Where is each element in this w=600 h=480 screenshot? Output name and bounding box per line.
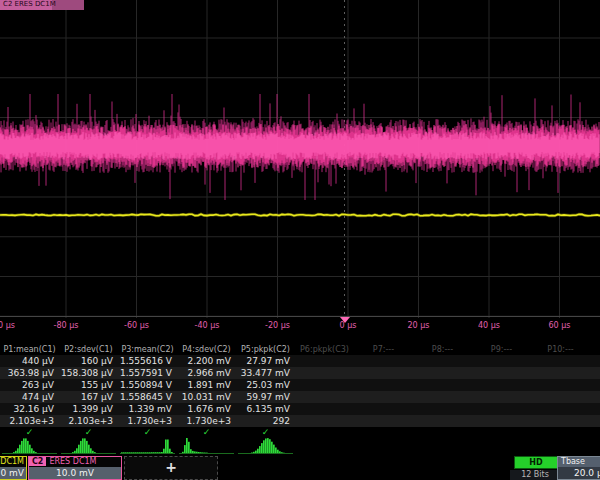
c2-mode-label: ERES DC1M (49, 457, 96, 466)
measurement-cell: 158.308 µV (59, 368, 118, 378)
time-axis: -100 µs-80 µs-60 µs-40 µs-20 µs0 µs20 µs… (0, 318, 600, 334)
waveform-graticule: C2 ERES DC1M (0, 0, 600, 318)
measurement-cell: 474 µV (0, 392, 59, 402)
measurement-header-p3[interactable]: P3:mean(C2) (118, 345, 177, 354)
measurement-cell: 25.03 mV (236, 380, 295, 390)
measurement-header-p5[interactable]: P5:pkpk(C2) (236, 345, 295, 354)
measurement-cell: 1.730e+3 (118, 416, 177, 426)
histicon-p8 (413, 437, 472, 455)
time-axis-label: -80 µs (54, 321, 79, 330)
measurement-row-max: 474 µV167 µV1.558645 V10.031 mV59.97 mV (0, 391, 600, 403)
measurement-cell: 27.97 mV (236, 356, 295, 366)
histicon-p9 (472, 437, 531, 455)
histicon-p6 (295, 437, 354, 455)
c1-vertical-scale: 10.0 mV (0, 467, 26, 479)
measurement-cell: 2.200 mV (177, 356, 236, 366)
measurement-cell: 1.550894 V (118, 380, 177, 390)
measurement-cell: 1.399 µV (59, 404, 118, 414)
grid-horizontal-lines (0, 38, 600, 316)
histicon-p2[interactable] (59, 437, 118, 455)
measurement-cell: 1.676 mV (177, 404, 236, 414)
hd-mode-badge: HD (514, 456, 558, 469)
measurement-header-p8[interactable]: P8:--- (413, 345, 472, 354)
measurement-cell: 2.103e+3 (59, 416, 118, 426)
measurement-status-check (413, 427, 472, 437)
measurement-cell: 160 µV (59, 356, 118, 366)
measurement-row-num: 2.103e+32.103e+31.730e+31.730e+3292 (0, 415, 600, 427)
measurement-status-check: ✓ (177, 427, 236, 437)
measurement-cell: 292 (236, 416, 295, 426)
histicon-p3[interactable] (118, 437, 177, 455)
measurement-cell: 155 µV (59, 380, 118, 390)
measurement-cell: 263 µV (0, 380, 59, 390)
time-axis-label: 60 µs (549, 321, 571, 330)
channel-descriptor-c2[interactable]: C2ERES DC1M 10.0 mV (28, 456, 122, 480)
measurement-cell: 2.103e+3 (0, 416, 59, 426)
measurement-status-check (472, 427, 531, 437)
bottom-toolbar: DC1M 10.0 mV C2ERES DC1M 10.0 mV + HD 12… (0, 456, 600, 480)
timebase-label: Tbase (558, 457, 600, 467)
hd-bits-label: 12 Bits (510, 470, 560, 480)
grid-trace-label: C2 ERES DC1M (0, 0, 84, 10)
measurement-header-row: P1:mean(C1)P2:sdev(C1)P3:mean(C2)P4:sdev… (0, 343, 600, 355)
c1-coupling-label: DC1M (0, 457, 26, 467)
time-axis-label: -40 µs (195, 321, 220, 330)
measurement-cell: 33.477 mV (236, 368, 295, 378)
measurement-status-check: ✓ (59, 427, 118, 437)
time-axis-label: -60 µs (124, 321, 149, 330)
measurement-status-row: ✓✓✓✓✓ (0, 427, 600, 437)
measurement-header-p6[interactable]: P6:pkpk(C3) (295, 345, 354, 354)
histicon-p1[interactable] (0, 437, 59, 455)
histicon-p4[interactable] (177, 437, 236, 455)
measurement-cell: 1.339 mV (118, 404, 177, 414)
time-axis-label: -20 µs (265, 321, 290, 330)
measurement-status-check (531, 427, 590, 437)
c2-channel-chip: C2 (29, 457, 46, 466)
measurement-table: P1:mean(C1)P2:sdev(C1)P3:mean(C2)P4:sdev… (0, 343, 600, 427)
measurement-header-p7[interactable]: P7:--- (354, 345, 413, 354)
add-trace-button[interactable]: + (124, 456, 218, 480)
measurement-status-check: ✓ (0, 427, 59, 437)
measurement-status-check (354, 427, 413, 437)
measurement-header-p11[interactable]: P11:--- (590, 345, 600, 354)
time-axis-label: 40 µs (478, 321, 500, 330)
measurement-header-p9[interactable]: P9:--- (472, 345, 531, 354)
histicon-p11 (590, 437, 600, 455)
c2-header: C2ERES DC1M (29, 457, 121, 467)
measurement-status-check (295, 427, 354, 437)
measurement-cell: 363.98 µV (0, 368, 59, 378)
c2-vertical-scale: 10.0 mV (29, 467, 121, 479)
waveform-plot (0, 0, 600, 318)
measurement-status-check: ✓ (118, 427, 177, 437)
histicon-p10 (531, 437, 590, 455)
measurement-cell: 1.557591 V (118, 368, 177, 378)
measurement-cell: 1.558645 V (118, 392, 177, 402)
measurement-row-min: 263 µV155 µV1.550894 V1.891 mV25.03 mV (0, 379, 600, 391)
measurement-cell: 1.555616 V (118, 356, 177, 366)
measurement-cell: 440 µV (0, 356, 59, 366)
time-axis-label: 20 µs (408, 321, 430, 330)
timebase-value: 20.0 µs (558, 467, 600, 479)
measurement-status-check (590, 427, 600, 437)
measurement-header-p1[interactable]: P1:mean(C1) (0, 345, 59, 354)
measurement-header-p10[interactable]: P10:--- (531, 345, 590, 354)
measurement-row-value: 440 µV160 µV1.555616 V2.200 mV27.97 mV (0, 355, 600, 367)
measurement-cell: 1.891 mV (177, 380, 236, 390)
trigger-position-marker[interactable] (340, 317, 350, 323)
histicon-p5[interactable] (236, 437, 295, 455)
histicon-p7 (354, 437, 413, 455)
channel-descriptor-c1[interactable]: DC1M 10.0 mV (0, 456, 27, 480)
measurement-cell: 167 µV (59, 392, 118, 402)
time-axis-label: -100 µs (0, 321, 15, 330)
measurement-cell: 1.730e+3 (177, 416, 236, 426)
measurement-cell: 59.97 mV (236, 392, 295, 402)
measurement-cell: 2.966 mV (177, 368, 236, 378)
timebase-box[interactable]: Tbase 20.0 µs (557, 456, 600, 480)
measurement-row-sdev: 32.16 µV1.399 µV1.339 mV1.676 mV6.135 mV (0, 403, 600, 415)
measurement-header-p4[interactable]: P4:sdev(C2) (177, 345, 236, 354)
measurement-cell: 32.16 µV (0, 404, 59, 414)
measurement-cell: 6.135 mV (236, 404, 295, 414)
measurement-header-p2[interactable]: P2:sdev(C1) (59, 345, 118, 354)
measurement-histicon-row (0, 437, 600, 455)
measurement-cell: 10.031 mV (177, 392, 236, 402)
